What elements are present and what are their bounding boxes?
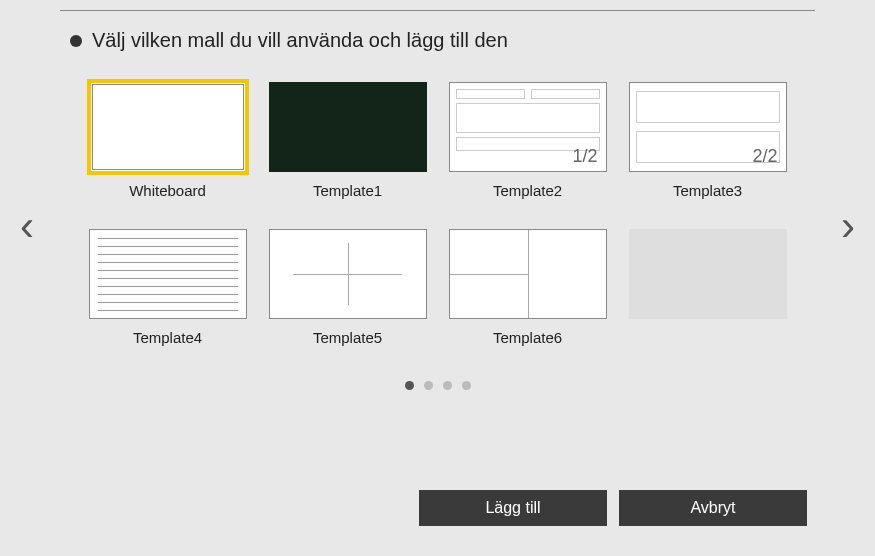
template-thumbnail <box>87 79 249 175</box>
next-arrow-icon[interactable]: › <box>841 202 855 250</box>
template-6[interactable]: Template6 <box>448 229 608 346</box>
template-label: Template5 <box>313 329 382 346</box>
template-whiteboard[interactable]: Whiteboard <box>88 82 248 199</box>
dialog-title: Välj vilken mall du vill använda och läg… <box>92 29 508 52</box>
cancel-button[interactable]: Avbryt <box>619 490 807 526</box>
page-indicator: 2/2 <box>752 146 777 167</box>
template-4[interactable]: Template4 <box>88 229 248 346</box>
template-1[interactable]: Template1 <box>268 82 428 199</box>
template-carousel: ‹ › Whiteboard Template1 1/2 Template2 <box>0 62 875 390</box>
page-dot-4[interactable] <box>462 381 471 390</box>
template-label: Template1 <box>313 182 382 199</box>
template-label: Whiteboard <box>129 182 206 199</box>
bullet-icon <box>70 35 82 47</box>
template-thumbnail: 1/2 <box>449 82 607 172</box>
prev-arrow-icon[interactable]: ‹ <box>20 202 34 250</box>
template-label: Template6 <box>493 329 562 346</box>
page-indicator: 1/2 <box>572 146 597 167</box>
page-dot-3[interactable] <box>443 381 452 390</box>
template-thumbnail <box>89 229 247 319</box>
template-3[interactable]: 2/2 Template3 <box>628 82 788 199</box>
template-2[interactable]: 1/2 Template2 <box>448 82 608 199</box>
page-dot-2[interactable] <box>424 381 433 390</box>
dialog-header: Välj vilken mall du vill använda och läg… <box>0 11 875 62</box>
template-label: Template4 <box>133 329 202 346</box>
template-thumbnail <box>269 229 427 319</box>
template-5[interactable]: Template5 <box>268 229 428 346</box>
template-label: Template3 <box>673 182 742 199</box>
pagination-dots <box>60 381 815 390</box>
dialog-actions: Lägg till Avbryt <box>419 490 807 526</box>
add-button[interactable]: Lägg till <box>419 490 607 526</box>
template-label: Template2 <box>493 182 562 199</box>
template-thumbnail: 2/2 <box>629 82 787 172</box>
template-empty <box>628 229 788 346</box>
page-dot-1[interactable] <box>405 381 414 390</box>
template-thumbnail <box>269 82 427 172</box>
template-grid: Whiteboard Template1 1/2 Template2 2/2 T… <box>60 82 815 346</box>
template-thumbnail <box>449 229 607 319</box>
template-thumbnail <box>629 229 787 319</box>
